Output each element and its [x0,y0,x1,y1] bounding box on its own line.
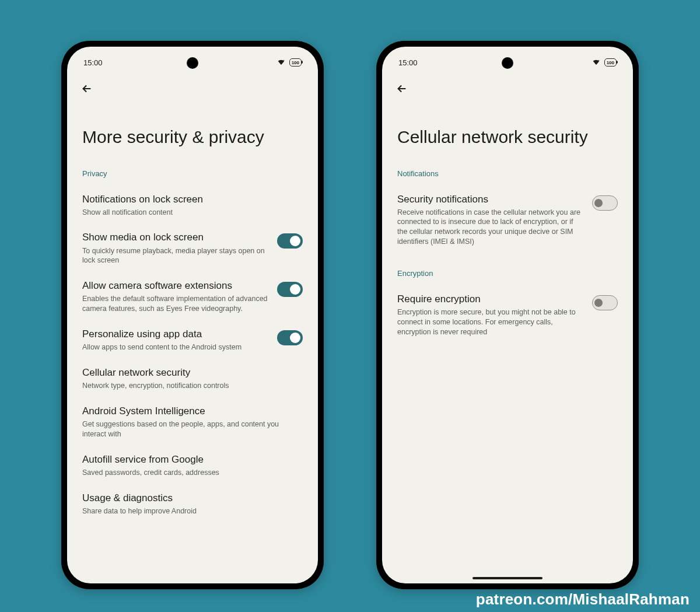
setting-camera-extensions[interactable]: Allow camera software extensions Enables… [82,272,303,321]
setting-cellular-network-security[interactable]: Cellular network security Network type, … [82,359,303,398]
setting-desc: Network type, encryption, notification c… [82,381,303,391]
setting-personalize-app-data[interactable]: Personalize using app data Allow apps to… [82,321,303,359]
settings-content[interactable]: More security & privacy Privacy Notifica… [67,103,318,583]
settings-content[interactable]: Cellular network security Notifications … [382,103,633,583]
phone-left: 15:00 100 More security & privacy Privac… [61,41,324,589]
back-button[interactable] [394,81,410,97]
setting-title: Autofill service from Google [82,453,303,466]
screen-left: 15:00 100 More security & privacy Privac… [67,47,318,583]
setting-title: Require encryption [397,293,583,306]
setting-desc: Encryption is more secure, but you might… [397,307,583,337]
setting-require-encryption[interactable]: Require encryption Encryption is more se… [397,286,618,344]
toggle-camera-extensions[interactable] [277,282,303,297]
setting-desc: Saved passwords, credit cards, addresses [82,468,303,478]
page-title: More security & privacy [82,126,303,148]
setting-desc: To quickly resume playback, media player… [82,246,268,266]
setting-desc: Enables the default software implementat… [82,294,268,314]
status-icons: 100 [592,57,617,68]
setting-desc: Receive notifications in case the cellul… [397,208,583,247]
setting-title: Show media on lock screen [82,231,268,244]
status-time: 15:00 [398,58,418,67]
setting-show-media-lock-screen[interactable]: Show media on lock screen To quickly res… [82,224,303,272]
toggle-personalize[interactable] [277,330,303,345]
phone-right: 15:00 100 Cellular network security Noti… [376,41,639,589]
wifi-icon [276,57,286,68]
setting-title: Notifications on lock screen [82,193,303,206]
setting-desc: Get suggestions based on the people, app… [82,419,303,439]
svg-point-1 [598,60,599,60]
top-bar [382,70,633,103]
setting-security-notifications[interactable]: Security notifications Receive notificat… [397,186,618,254]
setting-usage-diagnostics[interactable]: Usage & diagnostics Share data to help i… [82,485,303,523]
section-header-encryption: Encryption [397,269,618,278]
setting-desc: Allow apps to send content to the Androi… [82,342,268,352]
setting-android-system-intelligence[interactable]: Android System Intelligence Get suggesti… [82,398,303,446]
setting-title: Usage & diagnostics [82,492,303,505]
svg-point-0 [284,60,284,60]
toggle-show-media[interactable] [277,233,303,249]
front-camera-icon [187,57,198,69]
wifi-icon [592,57,601,68]
section-header-privacy: Privacy [82,169,303,178]
status-time: 15:00 [83,58,103,67]
front-camera-icon [502,57,513,69]
status-icons: 100 [276,57,302,68]
phone-pair: 15:00 100 More security & privacy Privac… [0,0,700,589]
setting-desc: Show all notification content [82,208,303,218]
battery-icon: 100 [289,58,302,67]
setting-notifications-lock-screen[interactable]: Notifications on lock screen Show all no… [82,186,303,225]
toggle-security-notifications[interactable] [592,195,618,211]
setting-title: Personalize using app data [82,328,268,341]
page-title: Cellular network security [397,126,618,148]
setting-autofill-google[interactable]: Autofill service from Google Saved passw… [82,446,303,485]
top-bar [67,70,318,103]
setting-title: Allow camera software extensions [82,279,268,292]
setting-desc: Share data to help improve Android [82,506,303,516]
back-button[interactable] [79,81,95,97]
setting-title: Android System Intelligence [82,405,303,418]
screen-right: 15:00 100 Cellular network security Noti… [382,47,633,583]
section-header-notifications: Notifications [397,169,618,178]
credit-text: patreon.com/MishaalRahman [476,590,690,608]
battery-icon: 100 [604,58,617,67]
toggle-require-encryption[interactable] [592,295,618,310]
setting-title: Cellular network security [82,366,303,379]
home-indicator[interactable] [473,577,542,579]
setting-title: Security notifications [397,193,583,206]
